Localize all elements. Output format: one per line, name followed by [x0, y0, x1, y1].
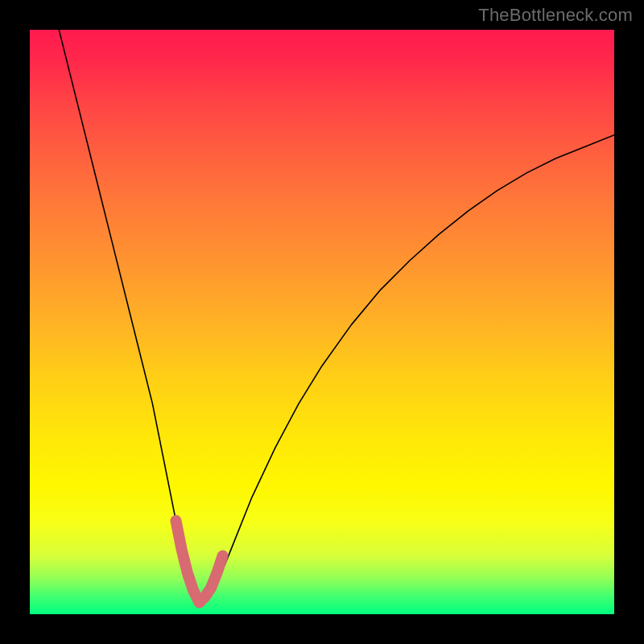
- plot-area: [30, 30, 614, 614]
- bottleneck-curve-svg: [30, 30, 614, 614]
- watermark-text: TheBottleneck.com: [478, 5, 633, 26]
- chart-frame: TheBottleneck.com: [0, 0, 644, 644]
- optimal-marker-path: [176, 521, 223, 603]
- bottleneck-curve-path: [59, 30, 614, 602]
